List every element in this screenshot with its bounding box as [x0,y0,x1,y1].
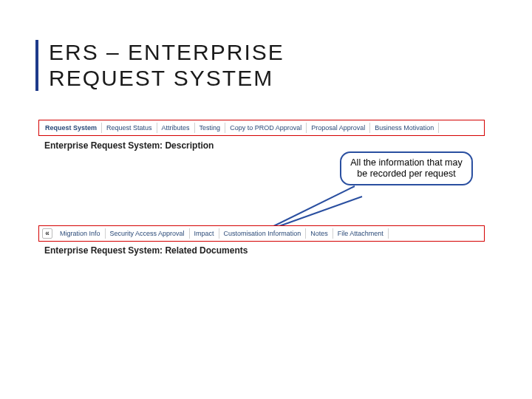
tab-request-system[interactable]: Request System [41,123,102,133]
page-title-line1: ERS – ENTERPRISE [49,40,284,66]
tab-business-motivation[interactable]: Business Motivation [370,123,439,133]
tab-notes[interactable]: Notes [306,228,333,239]
tab-customisation-information[interactable]: Customisation Information [219,228,307,239]
title-block: ERS – ENTERPRISE REQUEST SYSTEM [35,40,284,91]
tab-file-attachment[interactable]: File Attachment [333,228,389,239]
tab-impact[interactable]: Impact [190,228,219,239]
tab-testing[interactable]: Testing [195,123,226,133]
page-title-line2: REQUEST SYSTEM [49,66,284,92]
tab-collapse-icon[interactable]: « [42,228,52,239]
tab-row: Request System Request Status Attributes… [39,120,484,135]
tab-request-status[interactable]: Request Status [102,123,157,133]
tab-migration-info[interactable]: Migration Info [55,228,106,239]
callout-bubble: All the information that may be recorded… [340,151,473,185]
section-related-documents-heading: Enterprise Request System: Related Docum… [44,245,248,256]
tab-security-access-approval[interactable]: Security Access Approval [106,228,190,239]
callout-text: All the information that may be recorded… [350,157,462,179]
tab-proposal-approval[interactable]: Proposal Approval [307,123,370,133]
section-description-heading: Enterprise Request System: Description [44,140,214,151]
tab-strip-bottom: « Migration Info Security Access Approva… [38,225,485,242]
tab-copy-prod-approval[interactable]: Copy to PROD Approval [225,123,307,133]
tab-attributes[interactable]: Attributes [157,123,195,133]
tab-strip-top: Request System Request Status Attributes… [38,120,485,136]
tab-row-2: « Migration Info Security Access Approva… [39,226,484,241]
